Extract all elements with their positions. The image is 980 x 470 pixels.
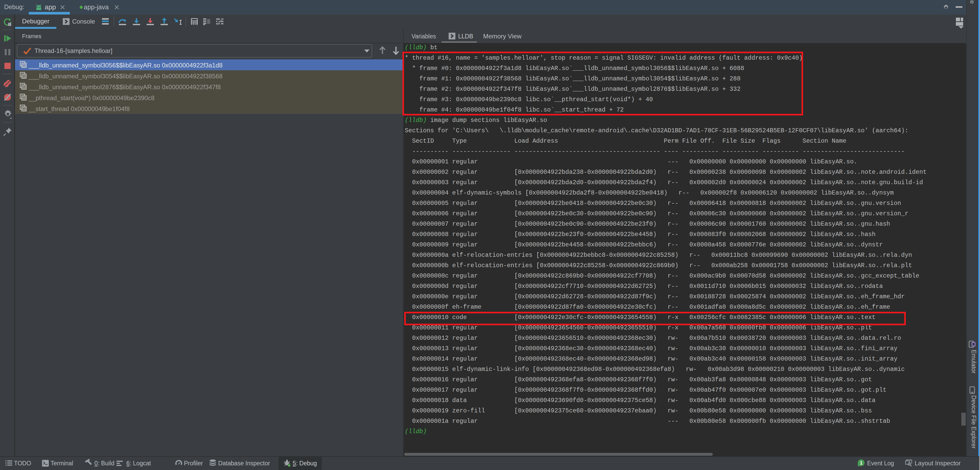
svg-text:1: 1 [860,460,863,465]
